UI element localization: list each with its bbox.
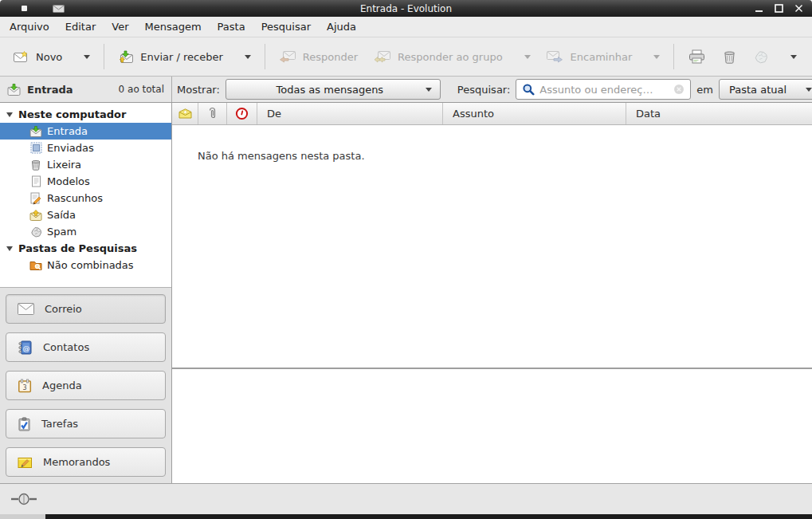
switcher-label: Tarefas bbox=[41, 418, 78, 430]
status-column-header[interactable] bbox=[172, 103, 198, 124]
message-list-pane: De Assunto Data Não há mensagens nesta p… bbox=[172, 103, 812, 483]
switcher-memos-button[interactable]: Memorandos bbox=[6, 447, 166, 477]
message-count: 0 ao total bbox=[119, 84, 164, 95]
current-folder-header: Entrada 0 ao total bbox=[0, 77, 172, 102]
dropdown-arrow-icon bbox=[245, 55, 251, 59]
menu-mensagem[interactable]: Mensagem bbox=[137, 17, 210, 37]
priority-icon bbox=[235, 107, 249, 120]
reply-button-label: Responder bbox=[303, 51, 358, 63]
folder-label: Lixeira bbox=[47, 159, 81, 171]
window-bottom-edge bbox=[0, 514, 812, 519]
close-button[interactable] bbox=[792, 2, 805, 15]
dropdown-arrow-icon bbox=[653, 55, 660, 59]
menubar: Arquivo Editar Ver Mensagem Pasta Pesqui… bbox=[0, 17, 812, 37]
trash-icon bbox=[29, 159, 43, 171]
attachment-column-header[interactable] bbox=[198, 103, 227, 124]
column-header-assunto[interactable]: Assunto bbox=[443, 103, 626, 124]
inbox-icon bbox=[29, 126, 43, 137]
sidebar-folder-enviadas[interactable]: Enviadas bbox=[0, 140, 171, 156]
delete-button[interactable] bbox=[714, 43, 745, 70]
trash-icon bbox=[723, 49, 736, 64]
new-button-label: Novo bbox=[36, 51, 62, 63]
app-envelope-icon bbox=[53, 5, 65, 13]
clear-search-icon[interactable] bbox=[673, 84, 685, 95]
maximize-button[interactable] bbox=[772, 2, 785, 15]
new-button[interactable]: Novo bbox=[6, 45, 98, 69]
collapse-triangle-icon[interactable] bbox=[6, 246, 13, 251]
folder-group-pastas-de-pesquisas[interactable]: Pastas de Pesquisas bbox=[0, 240, 171, 257]
chevron-down-icon bbox=[790, 55, 797, 59]
attachment-icon bbox=[208, 107, 217, 120]
column-header-de[interactable]: De bbox=[257, 103, 443, 124]
printer-icon bbox=[688, 49, 705, 64]
svg-text:3: 3 bbox=[22, 383, 26, 391]
search-label: Pesquisar: bbox=[457, 84, 511, 96]
switcher-label: Memorandos bbox=[43, 456, 110, 468]
switcher-contacts-button[interactable]: @ Contatos bbox=[6, 332, 166, 362]
menu-ajuda[interactable]: Ajuda bbox=[319, 17, 364, 37]
reply-all-icon bbox=[374, 51, 390, 63]
scope-dropdown[interactable]: Pasta atual bbox=[719, 79, 812, 100]
mail-icon bbox=[18, 303, 34, 315]
show-label: Mostrar: bbox=[177, 84, 220, 96]
tasks-icon bbox=[18, 417, 31, 431]
dropdown-arrow-icon bbox=[524, 55, 531, 59]
inbox-icon bbox=[7, 84, 21, 96]
forward-button-label: Encaminhar bbox=[571, 51, 633, 63]
column-header-data[interactable]: Data bbox=[626, 103, 812, 124]
switcher-mail-button[interactable]: Correio bbox=[6, 294, 166, 324]
menu-pasta[interactable]: Pasta bbox=[210, 17, 253, 37]
window-menu-icon[interactable] bbox=[22, 6, 27, 11]
titlebar[interactable]: Entrada - Evolution bbox=[0, 0, 812, 17]
evolution-window: Entrada - Evolution Arquivo Editar Ver M… bbox=[0, 0, 812, 519]
collapse-triangle-icon[interactable] bbox=[6, 112, 13, 117]
forward-button[interactable]: Encaminhar bbox=[539, 45, 669, 69]
reply-group-button[interactable]: Responder ao grupo bbox=[366, 45, 539, 69]
sidebar-folder-rascunhos[interactable]: Rascunhos bbox=[0, 190, 171, 206]
reply-group-label: Responder ao grupo bbox=[398, 51, 503, 63]
preview-pane bbox=[172, 369, 812, 483]
folder-group-neste-computador[interactable]: Neste computador bbox=[0, 106, 171, 123]
toolbar-separator bbox=[673, 44, 674, 69]
priority-column-header[interactable] bbox=[227, 103, 257, 124]
switcher-label: Contatos bbox=[43, 341, 89, 353]
switcher-label: Agenda bbox=[42, 379, 82, 391]
sidebar-folder-modelos[interactable]: Modelos bbox=[0, 173, 171, 190]
send-receive-icon bbox=[118, 50, 133, 63]
empty-folder-message: Não há mensagens nesta pasta. bbox=[172, 125, 812, 162]
menu-ver[interactable]: Ver bbox=[104, 17, 136, 37]
send-receive-label: Enviar / receber bbox=[140, 51, 223, 63]
sidebar-folder-nao-combinadas[interactable]: Não combinadas bbox=[0, 257, 171, 273]
search-input[interactable] bbox=[539, 84, 669, 96]
switcher-calendar-button[interactable]: 3 Agenda bbox=[6, 371, 166, 400]
calendar-icon: 3 bbox=[18, 379, 32, 393]
junk-button[interactable] bbox=[745, 44, 777, 70]
templates-icon bbox=[29, 175, 43, 187]
minimize-button[interactable] bbox=[752, 2, 765, 15]
toolbar-overflow-button[interactable] bbox=[786, 49, 802, 65]
menu-editar[interactable]: Editar bbox=[57, 17, 104, 37]
switcher-tasks-button[interactable]: Tarefas bbox=[6, 409, 166, 438]
menu-arquivo[interactable]: Arquivo bbox=[2, 17, 57, 37]
send-receive-button[interactable]: Enviar / receber bbox=[110, 44, 259, 69]
memos-icon bbox=[18, 456, 33, 469]
search-box bbox=[516, 79, 691, 100]
toolbar-separator bbox=[104, 44, 104, 69]
scope-label: em bbox=[696, 84, 713, 96]
sidebar-folder-saida[interactable]: Saída bbox=[0, 206, 171, 223]
menu-pesquisar[interactable]: Pesquisar bbox=[253, 17, 319, 37]
show-filter-dropdown[interactable]: Todas as mensagens bbox=[226, 79, 441, 100]
filter-bar: Entrada 0 ao total Mostrar: Todas as men… bbox=[0, 77, 812, 103]
folder-group-label: Pastas de Pesquisas bbox=[18, 242, 137, 254]
sidebar-folder-entrada[interactable]: Entrada bbox=[0, 123, 171, 140]
search-icon[interactable] bbox=[522, 83, 535, 96]
sidebar-folder-spam[interactable]: Spam bbox=[0, 223, 171, 240]
show-filter-value: Todas as mensagens bbox=[234, 84, 426, 96]
sidebar-folder-lixeira[interactable]: Lixeira bbox=[0, 156, 171, 173]
online-status-icon[interactable] bbox=[10, 493, 37, 505]
reply-button[interactable]: Responder bbox=[271, 45, 366, 69]
message-list-body[interactable]: Não há mensagens nesta pasta. bbox=[172, 125, 812, 368]
print-button[interactable] bbox=[680, 43, 714, 70]
folder-label: Rascunhos bbox=[47, 192, 103, 204]
folder-tree: Neste computador Entrada Enviadas bbox=[0, 103, 171, 287]
